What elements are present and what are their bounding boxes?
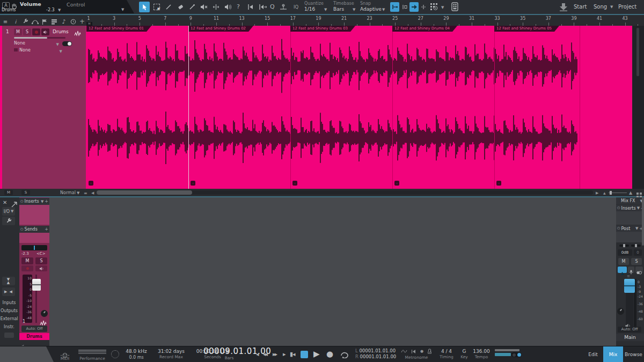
console-scrollbar[interactable] bbox=[642, 197, 644, 246]
help-button[interactable]: ? bbox=[237, 3, 240, 10]
cursor-follow-button[interactable] bbox=[419, 2, 427, 12]
hscroll-thumb[interactable] bbox=[97, 190, 192, 195]
channel-mute-button[interactable]: M bbox=[21, 257, 33, 264]
audio-event-lane[interactable]: 12 Fast and Shiney Drums 01◦12 Fast and … bbox=[86, 26, 632, 189]
channel-record-button[interactable] bbox=[21, 265, 33, 271]
capture-button[interactable] bbox=[558, 3, 569, 13]
q-quantize-button[interactable]: Q bbox=[270, 3, 275, 10]
start-page-button[interactable]: Start bbox=[574, 4, 587, 10]
audio-event-label[interactable]: 12 Fast and Shiney Drums 02 bbox=[188, 26, 253, 32]
track-volume-slider[interactable] bbox=[14, 37, 65, 39]
clock-icon[interactable] bbox=[69, 18, 77, 25]
snap-caret-icon[interactable]: ▼ bbox=[382, 8, 385, 12]
volume-fader-cap[interactable] bbox=[32, 279, 41, 291]
vertical-scrollbar[interactable] bbox=[636, 28, 639, 76]
inserts-add-icon[interactable]: + bbox=[45, 199, 48, 204]
external-bank-label[interactable]: External bbox=[0, 316, 18, 321]
main-channel-name[interactable]: Main bbox=[616, 334, 644, 341]
automation-mode-button[interactable]: Auto: Off bbox=[21, 326, 47, 332]
post-header[interactable]: ⏻ Post ▼ + bbox=[616, 225, 644, 232]
timestretch-button[interactable] bbox=[278, 2, 289, 12]
audio-event-label[interactable]: 12 Fast and Shiney Drums 03 bbox=[290, 26, 355, 32]
audio-event-label[interactable]: 12 Fast and Shiney Drums 01 bbox=[86, 26, 151, 32]
range-tool-button[interactable]: ◤ bbox=[151, 2, 162, 12]
main-volume-value[interactable]: 0dB bbox=[618, 249, 632, 256]
narrow-channels-button[interactable]: ▶ ◀ bbox=[2, 287, 15, 296]
main-automation-button[interactable]: Auto: Off bbox=[618, 327, 641, 333]
track-color-tab[interactable] bbox=[0, 26, 2, 189]
collapse-banks-button[interactable]: ▼▲ bbox=[2, 277, 15, 285]
inserts-power-icon[interactable]: ⏻ bbox=[617, 206, 620, 210]
inserts-slot-area[interactable] bbox=[19, 205, 49, 225]
bank-list-button[interactable] bbox=[4, 333, 14, 338]
loop-button[interactable] bbox=[339, 350, 350, 360]
main-pan-right-slider[interactable] bbox=[631, 245, 641, 247]
arrow-tool-button[interactable] bbox=[139, 2, 150, 12]
track-output-select[interactable]: None▼ bbox=[14, 47, 63, 54]
sends-power-icon[interactable]: ⏻ bbox=[20, 227, 24, 232]
track-monitor-toggle[interactable] bbox=[62, 41, 72, 46]
post-power-icon[interactable]: ⏻ bbox=[617, 226, 620, 231]
main-listen-button[interactable]: ▲ bbox=[618, 267, 627, 273]
split-tool-button[interactable] bbox=[163, 2, 174, 12]
browse-view-button[interactable]: Browse bbox=[623, 346, 644, 362]
instr-bank-label[interactable]: Instr. bbox=[0, 324, 18, 329]
main-pan-left-slider[interactable] bbox=[619, 245, 629, 247]
channel-name-label[interactable]: Drums bbox=[19, 333, 49, 340]
project-page-button[interactable]: Project bbox=[618, 4, 636, 10]
paint-tool-button[interactable] bbox=[187, 2, 197, 12]
outputs-bank-label[interactable]: Outputs bbox=[0, 308, 18, 313]
event-loop-handle[interactable]: ◦ bbox=[496, 181, 501, 186]
mix-view-button[interactable]: Mix bbox=[603, 346, 623, 362]
main-knob[interactable] bbox=[617, 308, 624, 315]
inserts-caret-icon[interactable]: ▼ bbox=[41, 200, 43, 204]
main-talkback-button[interactable] bbox=[628, 267, 634, 273]
macro-panel-button[interactable] bbox=[451, 2, 458, 13]
zoom-in-icon[interactable]: ▲ bbox=[629, 190, 632, 195]
samplerate-display[interactable]: 48.0 kHz 0.0 ms bbox=[122, 348, 150, 361]
note-icon[interactable]: ♪ bbox=[60, 18, 68, 25]
track-monitor-button[interactable] bbox=[41, 28, 49, 35]
pan-control[interactable] bbox=[21, 245, 47, 250]
main-inserts-caret-icon[interactable]: ▼ bbox=[637, 206, 640, 210]
autoscroll-button[interactable] bbox=[246, 2, 257, 12]
event-loop-handle[interactable]: ◦ bbox=[292, 181, 297, 186]
track-grid-settings-button[interactable] bbox=[430, 3, 438, 13]
step-forward-button[interactable]: ▸ bbox=[283, 350, 286, 358]
bend-tool-button[interactable] bbox=[210, 2, 221, 12]
zoom-slider[interactable] bbox=[609, 193, 627, 193]
follow-edit-button[interactable] bbox=[409, 2, 419, 12]
listen-tool-button[interactable] bbox=[222, 2, 233, 12]
zoom-out-icon[interactable]: ▲ bbox=[603, 191, 606, 195]
performance-meter[interactable]: Performance bbox=[76, 348, 108, 361]
song-page-button[interactable]: Song bbox=[594, 4, 607, 10]
quantize-caret-icon[interactable]: ▼ bbox=[324, 8, 327, 12]
marker-insert-badge[interactable]: M bbox=[86, 22, 92, 26]
channel-solo-button[interactable]: S bbox=[35, 257, 47, 264]
inspector-icon[interactable]: i bbox=[11, 18, 20, 25]
track-solo-button[interactable]: S bbox=[23, 28, 31, 35]
console-wrench-button[interactable] bbox=[2, 217, 15, 225]
param-volume-value[interactable]: -2.3 bbox=[46, 8, 55, 12]
automation-icon[interactable] bbox=[31, 18, 39, 25]
timebase-caret-icon[interactable]: ▼ bbox=[353, 8, 355, 12]
volume-value-caret-icon[interactable]: ▼ bbox=[58, 8, 61, 12]
forward-button[interactable]: ▸▸ bbox=[273, 350, 276, 358]
event-loop-handle[interactable]: ◦ bbox=[89, 181, 93, 186]
mute-tool-button[interactable] bbox=[199, 2, 209, 12]
wrench-icon[interactable] bbox=[21, 18, 30, 25]
io-view-button[interactable]: I/O▼ bbox=[2, 207, 15, 216]
hscroll-right-icon[interactable]: ▶ bbox=[596, 191, 598, 195]
stop-button[interactable] bbox=[301, 351, 308, 358]
add-track-icon[interactable]: + bbox=[78, 18, 86, 25]
layers-icon[interactable] bbox=[50, 18, 58, 25]
audio-event-label[interactable]: 12 Fast and Shiney Drums 04 bbox=[392, 26, 457, 32]
grid-settings-caret-icon[interactable]: ▼ bbox=[441, 5, 444, 10]
event-loop-handle[interactable]: ◦ bbox=[191, 181, 195, 186]
sends-slot-area[interactable] bbox=[19, 233, 49, 243]
control-caret-icon[interactable]: ▼ bbox=[121, 8, 124, 12]
marker-flag-icon[interactable] bbox=[40, 18, 49, 25]
audio-event-label[interactable]: 12 Fast and Shiney Drums 05 bbox=[494, 26, 559, 32]
channel-volume-value[interactable]: -2.3 bbox=[21, 252, 29, 256]
channel-monitor-button[interactable] bbox=[35, 265, 47, 271]
